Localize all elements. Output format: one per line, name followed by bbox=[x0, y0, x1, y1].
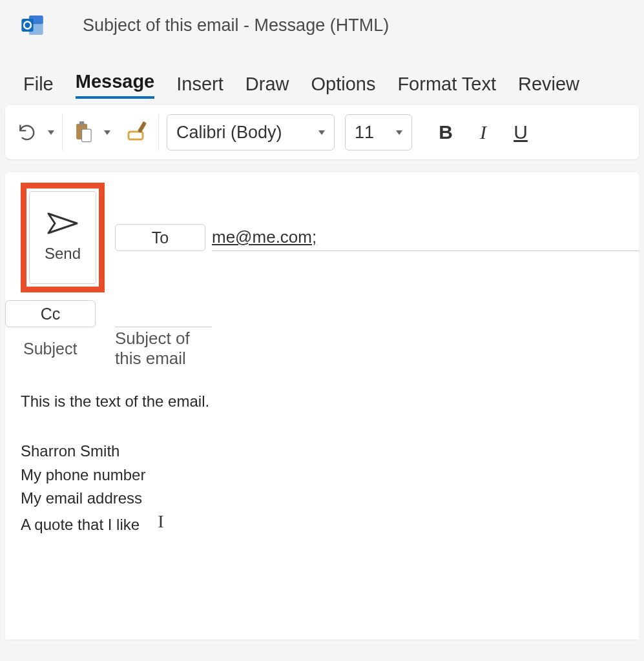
ribbon-tabs: File Message Insert Draw Options Format … bbox=[0, 50, 644, 101]
compose-pane: Send To me@me.com; Cc Subject Subject of… bbox=[5, 172, 639, 640]
chevron-down-icon bbox=[318, 130, 325, 135]
svg-rect-6 bbox=[82, 129, 92, 141]
undo-button[interactable] bbox=[14, 112, 40, 153]
font-size-value: 11 bbox=[355, 123, 374, 143]
ribbon-toolbar: Calibri (Body) 11 B I U bbox=[5, 105, 639, 159]
tab-draw[interactable]: Draw bbox=[245, 74, 289, 99]
outlook-app-icon bbox=[17, 10, 48, 41]
signature-line: My phone number bbox=[21, 464, 639, 487]
send-button-label: Send bbox=[45, 245, 81, 263]
signature-line: My email address bbox=[21, 487, 639, 510]
paste-button[interactable] bbox=[70, 112, 96, 153]
underline-button[interactable]: U bbox=[504, 114, 537, 150]
window-title: Subject of this email - Message (HTML) bbox=[48, 15, 389, 36]
text-caret-icon: I bbox=[158, 511, 163, 531]
subject-label: Subject bbox=[5, 340, 115, 358]
italic-button[interactable]: I bbox=[466, 114, 500, 150]
signature-line: Sharron Smith bbox=[21, 440, 639, 463]
separator bbox=[158, 114, 159, 150]
tab-options[interactable]: Options bbox=[311, 74, 375, 99]
bold-button[interactable]: B bbox=[429, 114, 462, 150]
cc-button[interactable]: Cc bbox=[5, 300, 96, 327]
to-recipient-chip[interactable]: me@me.com; bbox=[212, 227, 317, 247]
format-painter-button[interactable] bbox=[125, 112, 151, 153]
to-field[interactable]: me@me.com; bbox=[212, 224, 639, 251]
message-body[interactable]: This is the text of the email. Sharron S… bbox=[5, 362, 639, 538]
tab-review[interactable]: Review bbox=[518, 74, 579, 99]
title-bar: Subject of this email - Message (HTML) bbox=[0, 0, 644, 50]
body-line: This is the text of the email. bbox=[21, 391, 639, 413]
svg-rect-5 bbox=[79, 121, 84, 125]
undo-dropdown-caret[interactable] bbox=[48, 130, 54, 135]
send-button-highlight: Send bbox=[21, 183, 105, 292]
send-button[interactable]: Send bbox=[29, 191, 96, 284]
to-button[interactable]: To bbox=[115, 224, 205, 251]
paste-dropdown-caret[interactable] bbox=[104, 130, 110, 135]
tab-message[interactable]: Message bbox=[76, 71, 155, 99]
subject-field[interactable]: Subject of this email bbox=[115, 335, 212, 362]
chevron-down-icon bbox=[396, 130, 402, 135]
tab-insert[interactable]: Insert bbox=[176, 74, 223, 99]
font-size-select[interactable]: 11 bbox=[345, 114, 412, 150]
tab-format-text[interactable]: Format Text bbox=[397, 74, 496, 99]
font-family-select[interactable]: Calibri (Body) bbox=[167, 114, 335, 150]
signature-line: A quote that I likeI bbox=[21, 511, 639, 538]
separator bbox=[62, 114, 63, 150]
cc-field[interactable] bbox=[115, 300, 212, 327]
font-family-value: Calibri (Body) bbox=[176, 123, 282, 143]
svg-rect-7 bbox=[129, 132, 143, 139]
tab-file[interactable]: File bbox=[23, 74, 54, 99]
send-icon bbox=[47, 212, 78, 234]
